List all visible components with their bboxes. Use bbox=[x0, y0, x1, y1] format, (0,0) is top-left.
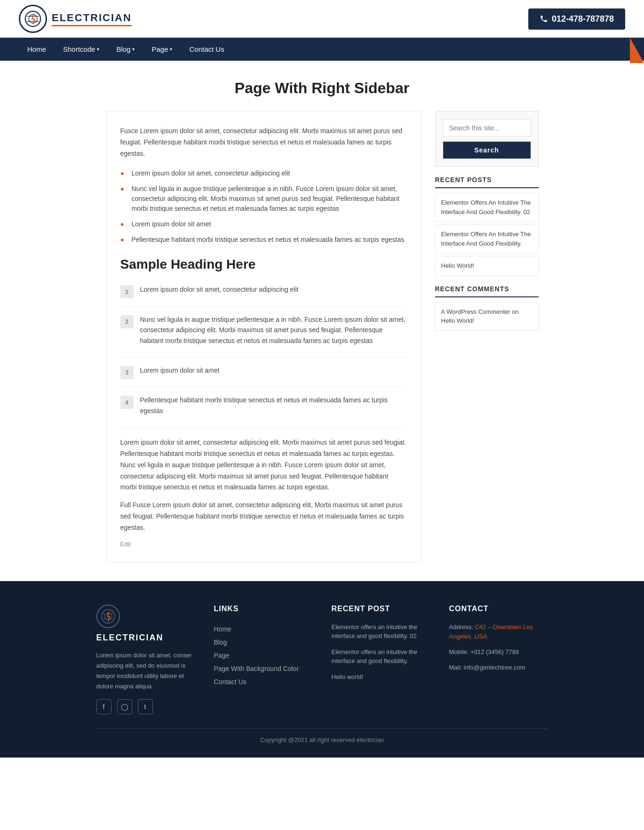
footer-grid: ELECTRICIAN Lorem ipsum dolor sit amet, … bbox=[96, 605, 548, 714]
nav-item-contact[interactable]: Contact Us bbox=[181, 38, 232, 61]
logo-icon bbox=[19, 5, 47, 33]
footer-col-links: LINKS Home Blog Page Page With Backgroun… bbox=[214, 605, 313, 714]
sidebar-post-item[interactable]: Hello World! bbox=[435, 256, 539, 276]
list-item: Pellentesque habitant morbi tristique se… bbox=[120, 232, 406, 247]
footer-logo-icon bbox=[96, 605, 120, 628]
instagram-icon[interactable]: ◯ bbox=[117, 699, 132, 714]
logo-area: ELECTRICIAN bbox=[19, 5, 132, 33]
footer-link-blog[interactable]: Blog bbox=[214, 636, 313, 649]
search-button[interactable]: Search bbox=[443, 142, 531, 159]
chevron-down-icon: ▾ bbox=[170, 47, 172, 52]
numbered-list: 1 Lorem ipsum dolor sit amet, consectetu… bbox=[120, 279, 406, 428]
recent-posts-title: RECENT POSTS bbox=[435, 176, 539, 188]
chevron-down-icon: ▾ bbox=[97, 47, 99, 52]
list-item: Lorem ipsum dolor sit amet, consectetur … bbox=[120, 166, 406, 181]
recent-comments-section: RECENT COMMENTS A WordPress Commenter on… bbox=[435, 285, 539, 331]
footer-link-page-bg-color[interactable]: Page With Background Color bbox=[214, 662, 313, 675]
page-title-section: Page With Right Sidebar bbox=[0, 61, 644, 111]
footer-recent-post-title: RECENT POST bbox=[332, 605, 430, 613]
nav-item-blog[interactable]: Blog ▾ bbox=[108, 38, 143, 61]
list-item: Nunc vel ligula in augue tristique pelle… bbox=[120, 181, 406, 216]
footer-links-title: LINKS bbox=[214, 605, 313, 613]
footer-address: Address: C42 – Downtown Los Angeles ,USA bbox=[449, 622, 548, 642]
sidebar: Search RECENT POSTS Elementor Offers An … bbox=[435, 111, 539, 562]
sidebar-post-item[interactable]: Elementor Offers An Intuitive The Interf… bbox=[435, 193, 539, 222]
bullet-list: Lorem ipsum dolor sit amet, consectetur … bbox=[120, 166, 406, 247]
footer-logo-text: ELECTRICIAN bbox=[96, 633, 195, 643]
phone-button[interactable]: 012-478-787878 bbox=[528, 8, 625, 30]
footer-description: Lorem ipsum dolor sit amet, conser adipi… bbox=[96, 650, 195, 692]
numbered-list-item: 3 Lorem ipsum dolor sit amet bbox=[120, 360, 406, 387]
number-badge: 4 bbox=[120, 396, 134, 409]
sidebar-comment-item: A WordPress Commenter on Hello World! bbox=[435, 302, 539, 331]
search-input[interactable] bbox=[443, 119, 531, 137]
footer-logo-area: ELECTRICIAN bbox=[96, 605, 195, 643]
numbered-item-text: Nunc vel ligula in augue tristique pelle… bbox=[140, 314, 406, 346]
nav-item-page[interactable]: Page ▾ bbox=[143, 38, 181, 61]
navigation: Home Shortcode ▾ Blog ▾ Page ▾ Contact U… bbox=[0, 38, 644, 61]
recent-comments-title: RECENT COMMENTS bbox=[435, 285, 539, 297]
list-item: Lorem ipsum dolor sit amet bbox=[120, 216, 406, 232]
footer-divider bbox=[96, 728, 548, 729]
numbered-item-text: Lorem ipsum dolor sit amet, consectetur … bbox=[140, 284, 299, 295]
numbered-list-item: 1 Lorem ipsum dolor sit amet, consectetu… bbox=[120, 279, 406, 306]
footer-copyright: Copyright @2021 all right reserved elect… bbox=[19, 736, 625, 748]
numbered-item-text: Lorem ipsum dolor sit amet bbox=[140, 365, 220, 375]
number-badge: 2 bbox=[120, 315, 134, 328]
nav-item-home[interactable]: Home bbox=[19, 38, 55, 61]
footer-post-item[interactable]: Hello world! bbox=[332, 672, 430, 682]
footer-col-contact: CONTACT Address: C42 – Downtown Los Ange… bbox=[449, 605, 548, 714]
footer-link-home[interactable]: Home bbox=[214, 622, 313, 636]
search-box: Search bbox=[435, 111, 539, 167]
numbered-list-item: 4 Pellentesque habitant morbi tristique … bbox=[120, 390, 406, 428]
footer-mail: Mail: info@gentechtree.com bbox=[449, 663, 548, 673]
content-para2: Full Fusce Lorem ipsum dolor sit amet, c… bbox=[120, 500, 406, 533]
footer-link-contact[interactable]: Contact Us bbox=[214, 675, 313, 688]
page-title: Page With Right Sidebar bbox=[9, 80, 635, 97]
footer-contact-title: CONTACT bbox=[449, 605, 548, 613]
numbered-item-text: Pellentesque habitant morbi tristique se… bbox=[140, 395, 406, 416]
content-area: Fusce Lorem ipsum dolor sit amet, consec… bbox=[106, 111, 421, 562]
footer-post-item[interactable]: Elementor offers an intuitive the interf… bbox=[332, 647, 430, 666]
sample-heading: Sample Heading Here bbox=[120, 257, 406, 272]
footer-social: f ◯ t bbox=[96, 699, 195, 714]
phone-number: 012-478-787878 bbox=[552, 14, 614, 24]
main-container: Fusce Lorem ipsum dolor sit amet, consec… bbox=[96, 111, 548, 581]
chevron-down-icon: ▾ bbox=[132, 47, 135, 52]
footer-col-brand: ELECTRICIAN Lorem ipsum dolor sit amet, … bbox=[96, 605, 195, 714]
numbered-list-item: 2 Nunc vel ligula in augue tristique pel… bbox=[120, 310, 406, 358]
nav-item-shortcode[interactable]: Shortcode ▾ bbox=[55, 38, 108, 61]
intro-paragraph: Fusce Lorem ipsum dolor sit amet, consec… bbox=[120, 126, 406, 159]
number-badge: 1 bbox=[120, 285, 134, 298]
content-para1: Lorem ipsum dolor sit amet, consectetur … bbox=[120, 437, 406, 493]
footer-mobile: Mobile: +012 (3456) 7788 bbox=[449, 647, 548, 657]
sidebar-post-item[interactable]: Elementor Offers An Intuitive The Interf… bbox=[435, 224, 539, 253]
recent-posts-section: RECENT POSTS Elementor Offers An Intuiti… bbox=[435, 176, 539, 276]
footer-link-page[interactable]: Page bbox=[214, 649, 313, 662]
footer-post-item[interactable]: Elementor offers an intuitive the interf… bbox=[332, 622, 430, 641]
footer-col-recent-post: RECENT POST Elementor offers an intuitiv… bbox=[332, 605, 430, 714]
facebook-icon[interactable]: f bbox=[96, 699, 111, 714]
logo-text: ELECTRICIAN bbox=[52, 12, 132, 26]
number-badge: 3 bbox=[120, 366, 134, 379]
header: ELECTRICIAN 012-478-787878 bbox=[0, 0, 644, 38]
footer: ELECTRICIAN Lorem ipsum dolor sit amet, … bbox=[0, 581, 644, 758]
edit-link[interactable]: Edit bbox=[120, 541, 131, 548]
twitter-icon[interactable]: t bbox=[138, 699, 153, 714]
